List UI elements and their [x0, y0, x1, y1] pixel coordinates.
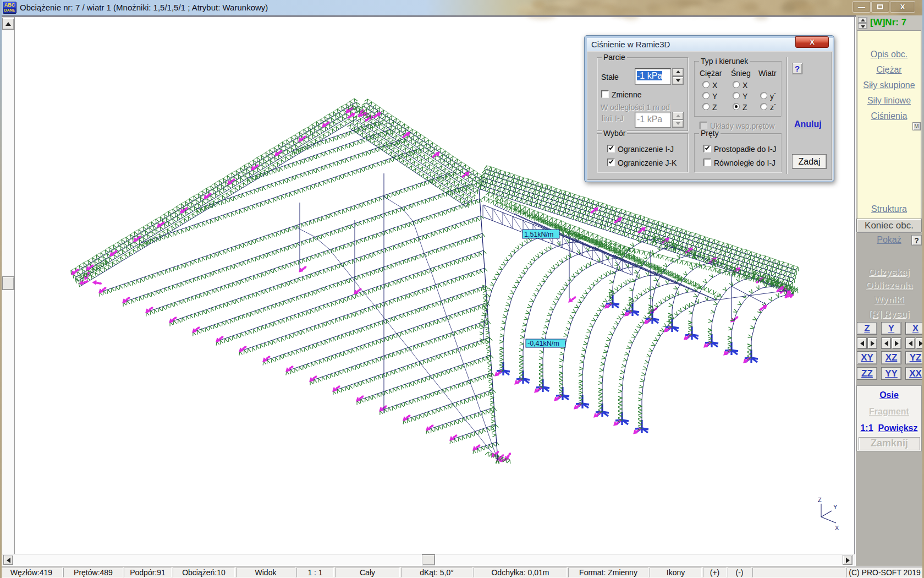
svg-text:1,51kN/m: 1,51kN/m	[524, 231, 554, 238]
svg-text:-0,41kN/m: -0,41kN/m	[527, 340, 559, 347]
svg-text:Z: Z	[818, 497, 822, 503]
svg-text:Y: Y	[833, 504, 838, 510]
svg-text:X: X	[835, 525, 839, 531]
